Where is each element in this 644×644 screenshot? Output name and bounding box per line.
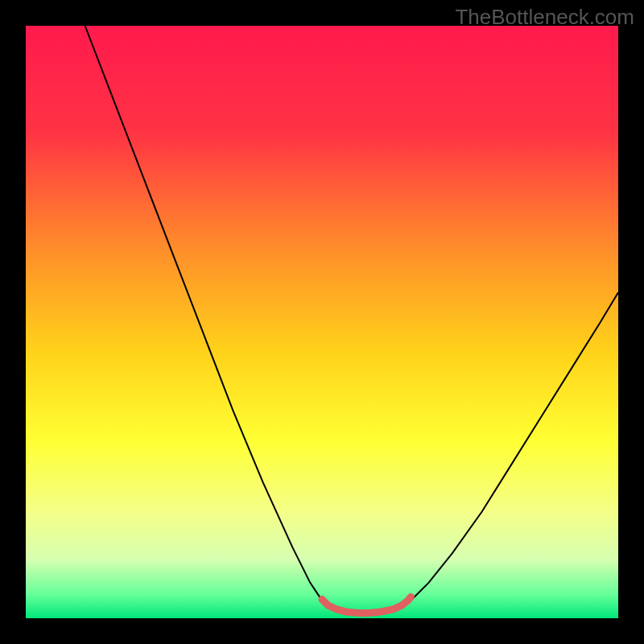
chart-curves — [26, 26, 618, 618]
series-valley-highlight — [322, 597, 411, 613]
watermark-text: TheBottleneck.com — [455, 5, 634, 30]
series-left-curve — [85, 26, 331, 606]
plot-area — [26, 26, 618, 618]
series-right-curve — [402, 292, 618, 606]
